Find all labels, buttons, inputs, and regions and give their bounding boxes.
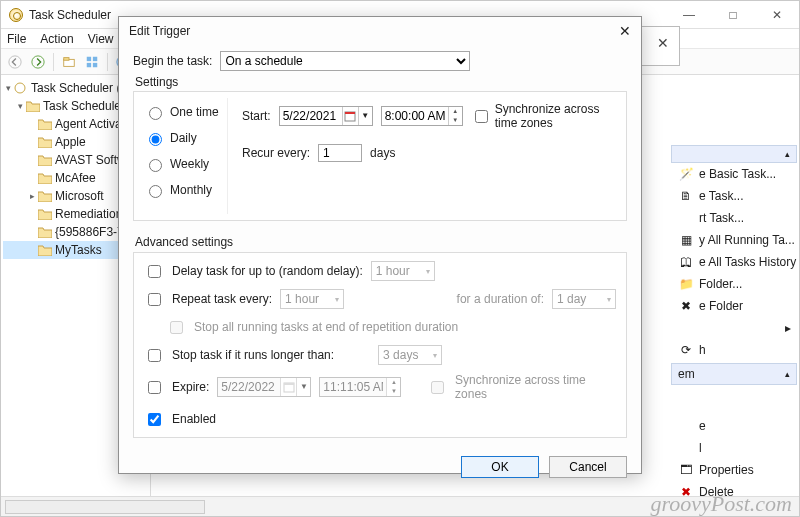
- start-time-picker[interactable]: ▲▼: [381, 106, 463, 126]
- svg-point-10: [15, 83, 25, 93]
- dialog-close-icon[interactable]: ✕: [619, 23, 631, 39]
- svg-rect-4: [87, 56, 91, 60]
- clock-icon: [9, 8, 23, 22]
- dialog-buttons: OK Cancel: [119, 446, 641, 488]
- window-controls: — □ ✕: [667, 1, 799, 29]
- action-import-task[interactable]: rt Task...: [669, 207, 799, 229]
- sync-timezone-checkbox[interactable]: Synchronize across time zones: [471, 102, 612, 130]
- svg-rect-14: [284, 383, 294, 385]
- back-icon[interactable]: [5, 52, 25, 72]
- maximize-button[interactable]: □: [711, 1, 755, 29]
- grid-icon[interactable]: [82, 52, 102, 72]
- folder-icon: [38, 172, 52, 184]
- action-sel-el[interactable]: l: [669, 437, 799, 459]
- recur-input[interactable]: [318, 144, 362, 162]
- expire-sync-label: Synchronize across time zones: [455, 373, 616, 401]
- expire-time-input: [320, 378, 386, 396]
- recur-unit: days: [370, 146, 395, 160]
- svg-point-0: [9, 55, 21, 67]
- delay-label: Delay task for up to (random delay):: [172, 264, 363, 278]
- stop-if-checkbox[interactable]: [148, 349, 161, 362]
- action-delete-folder[interactable]: ✖e Folder: [669, 295, 799, 317]
- time-spinner: ▲▼: [386, 378, 400, 396]
- radio-monthly[interactable]: Monthly: [144, 182, 223, 198]
- close-icon[interactable]: ✕: [657, 35, 669, 51]
- chevron-right-icon: ▸: [785, 321, 791, 335]
- svg-rect-6: [87, 62, 91, 66]
- menu-file[interactable]: File: [7, 32, 26, 46]
- separator: [107, 53, 108, 71]
- action-create-task[interactable]: 🗎e Task...: [669, 185, 799, 207]
- folder-icon: [38, 154, 52, 166]
- start-label: Start:: [242, 109, 271, 123]
- action-enable-history[interactable]: 🕮e All Tasks History: [669, 251, 799, 273]
- radio-weekly[interactable]: Weekly: [144, 156, 223, 172]
- action-create-basic-task[interactable]: 🪄e Basic Task...: [669, 163, 799, 185]
- cancel-button[interactable]: Cancel: [549, 456, 627, 478]
- list-icon: ▦: [679, 233, 693, 247]
- minimize-button[interactable]: —: [667, 1, 711, 29]
- up-icon[interactable]: [59, 52, 79, 72]
- stop-if-label: Stop task if it runs longer than:: [172, 348, 334, 362]
- svg-rect-3: [64, 57, 69, 60]
- delete-icon: ✖: [679, 485, 693, 496]
- delete-icon: ✖: [679, 299, 693, 313]
- action-refresh[interactable]: ⟳h: [669, 339, 799, 361]
- duration-label: for a duration of:: [457, 292, 544, 306]
- radio-one-time[interactable]: One time: [144, 104, 223, 120]
- forward-icon[interactable]: [28, 52, 48, 72]
- folder-icon: [38, 190, 52, 202]
- start-date-input[interactable]: [280, 107, 342, 125]
- new-folder-icon: 📁: [679, 277, 693, 291]
- status-bar: [1, 496, 799, 516]
- expire-date-input: [218, 378, 280, 396]
- history-icon: 🕮: [679, 255, 693, 269]
- enabled-label: Enabled: [172, 412, 216, 426]
- dialog-title-bar: Edit Trigger ✕: [119, 17, 641, 45]
- expire-checkbox[interactable]: [148, 381, 161, 394]
- horizontal-scrollbar[interactable]: [5, 500, 205, 514]
- begin-task-label: Begin the task:: [133, 54, 212, 68]
- svg-point-1: [32, 55, 44, 67]
- repeat-combo: 1 hour▾: [280, 289, 344, 309]
- delay-checkbox[interactable]: [148, 265, 161, 278]
- folder-icon: [26, 100, 40, 112]
- repeat-label: Repeat task every:: [172, 292, 272, 306]
- repeat-checkbox[interactable]: [148, 293, 161, 306]
- action-display-running[interactable]: ▦y All Running Ta...: [669, 229, 799, 251]
- dialog-title: Edit Trigger: [129, 24, 190, 38]
- radio-daily[interactable]: Daily: [144, 130, 223, 146]
- action-new-folder[interactable]: 📁Folder...: [669, 273, 799, 295]
- action-properties[interactable]: 🗔Properties: [669, 459, 799, 481]
- start-date-picker[interactable]: ▼: [279, 106, 373, 126]
- actions-selected-header[interactable]: em▴: [671, 363, 797, 385]
- calendar-icon[interactable]: [342, 107, 358, 125]
- enabled-checkbox[interactable]: [148, 413, 161, 426]
- duration-combo: 1 day▾: [552, 289, 616, 309]
- start-time-input[interactable]: [382, 107, 448, 125]
- svg-rect-5: [93, 56, 97, 60]
- time-spinner[interactable]: ▲▼: [448, 107, 462, 125]
- folder-icon: [38, 226, 52, 238]
- action-submenu[interactable]: ▸: [669, 317, 799, 339]
- action-sel-enable[interactable]: e: [669, 415, 799, 437]
- menu-action[interactable]: Action: [40, 32, 73, 46]
- recur-label: Recur every:: [242, 146, 310, 160]
- stop-all-checkbox: [170, 321, 183, 334]
- properties-icon: 🗔: [679, 463, 693, 477]
- close-button[interactable]: ✕: [755, 1, 799, 29]
- actions-section-header[interactable]: ▴: [671, 145, 797, 163]
- settings-label: Settings: [135, 75, 627, 89]
- menu-view[interactable]: View: [88, 32, 114, 46]
- ok-button[interactable]: OK: [461, 456, 539, 478]
- action-delete[interactable]: ✖Delete: [669, 481, 799, 496]
- expire-sync-checkbox: [431, 381, 444, 394]
- refresh-icon: ⟳: [679, 343, 693, 357]
- expire-date-picker: ▼: [217, 377, 311, 397]
- stop-if-combo: 3 days▾: [378, 345, 442, 365]
- folder-icon: [38, 244, 52, 256]
- chevron-down-icon[interactable]: ▼: [358, 107, 372, 125]
- begin-task-select[interactable]: On a schedule: [220, 51, 470, 71]
- calendar-icon: [280, 378, 296, 396]
- chevron-down-icon: ▼: [296, 378, 310, 396]
